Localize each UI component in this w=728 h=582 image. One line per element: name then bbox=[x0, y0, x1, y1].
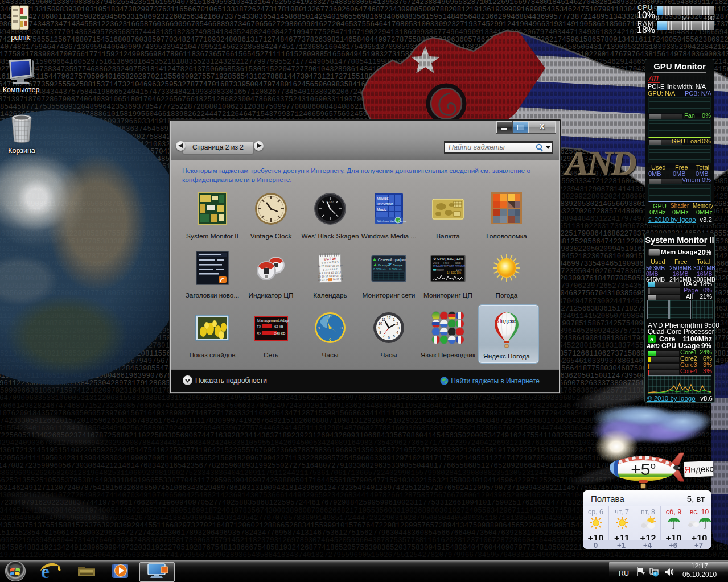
svg-text:Music: Music bbox=[377, 208, 387, 212]
svg-text:11: 11 bbox=[382, 317, 386, 321]
svg-text:Movies: Movies bbox=[377, 196, 389, 200]
svg-text:Исход-я: Исход-я bbox=[378, 263, 389, 267]
svg-text:9: 9 bbox=[318, 326, 320, 330]
svg-text:Management Adapt: Management Adapt bbox=[257, 319, 289, 323]
svg-text:10: 10 bbox=[378, 321, 382, 325]
svg-text:3: 3 bbox=[397, 326, 400, 330]
svg-text:240 КВ: 240 КВ bbox=[274, 332, 285, 335]
svg-text:Windows Media Center: Windows Media Center bbox=[377, 220, 407, 223]
svg-text:1 2 3 4 5 6 7: 1 2 3 4 5 6 7 bbox=[323, 268, 338, 271]
svg-text:12: 12 bbox=[386, 316, 391, 320]
svg-text:Television: Television bbox=[377, 202, 393, 206]
svg-text:0.000kb/s: 0.000kb/s bbox=[389, 267, 402, 271]
svg-text:62 КВ: 62 КВ bbox=[274, 325, 283, 328]
svg-text:RX: RX bbox=[257, 332, 261, 335]
svg-text:6: 6 bbox=[329, 337, 331, 341]
svg-text:3%: 3% bbox=[457, 271, 462, 274]
svg-text:3: 3 bbox=[340, 326, 343, 330]
svg-text:OCT 06: OCT 06 bbox=[324, 257, 336, 261]
svg-text:8: 8 bbox=[379, 331, 381, 335]
svg-text:Вход-я: Вход-я bbox=[393, 263, 402, 267]
svg-text:0.000kb/s: 0.000kb/s bbox=[373, 267, 386, 271]
svg-text:1: 1 bbox=[393, 317, 395, 321]
svg-text:12: 12 bbox=[328, 314, 332, 318]
svg-text:6: 6 bbox=[388, 336, 390, 340]
svg-text:4: 4 bbox=[396, 331, 398, 335]
svg-text:5: 5 bbox=[393, 334, 395, 338]
svg-text:9: 9 bbox=[378, 326, 380, 330]
svg-text:Яндекс: Яндекс bbox=[497, 318, 516, 324]
svg-text:7: 7 bbox=[382, 334, 385, 338]
svg-text:S M T W T F S: S M T W T F S bbox=[322, 261, 339, 264]
svg-text:Сетевой трафик: Сетевой трафик bbox=[378, 258, 406, 262]
svg-text:TX: TX bbox=[257, 325, 261, 328]
svg-text:1875MB: 1875MB bbox=[443, 265, 454, 268]
svg-text:1 [ 52C ]: 1 [ 52C ] bbox=[447, 271, 458, 274]
svg-text:⚙ CPU [ 53C ] 12%: ⚙ CPU [ 53C ] 12% bbox=[433, 257, 463, 261]
svg-text:2: 2 bbox=[396, 321, 398, 325]
